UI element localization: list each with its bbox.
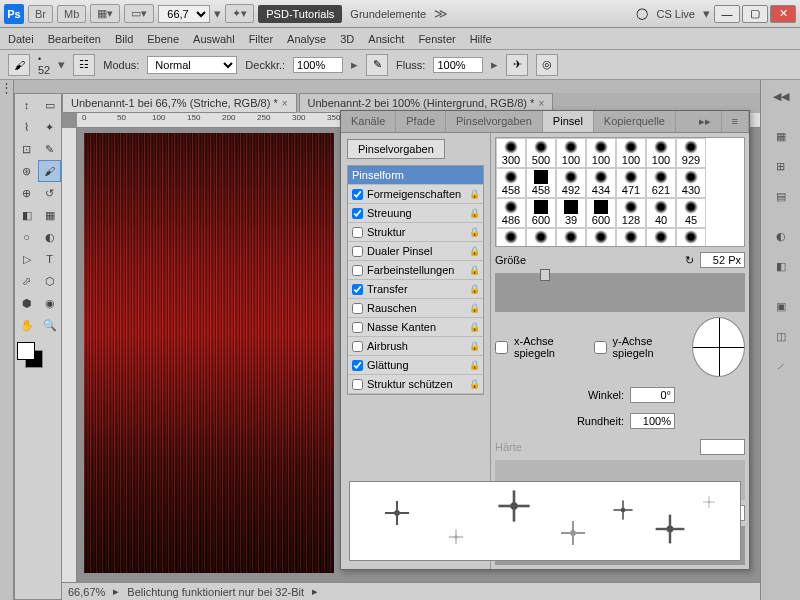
tab-kanale[interactable]: Kanäle xyxy=(341,111,396,132)
brush-preset-dropdown-icon[interactable]: ▾ xyxy=(58,57,65,72)
brush-preset-grid[interactable]: 300500100100100100929 458458492434471621… xyxy=(495,137,745,247)
pinselvorgaben-button[interactable]: Pinselvorgaben xyxy=(347,139,445,159)
camera-tool[interactable]: ◉ xyxy=(38,292,61,314)
dodge-tool[interactable]: ◐ xyxy=(38,226,61,248)
opt-airbrush[interactable]: Airbrush🔒 xyxy=(348,337,483,356)
menu-bearbeiten[interactable]: Bearbeiten xyxy=(48,33,101,45)
lock-icon[interactable]: 🔒 xyxy=(469,379,480,389)
opt-schutz[interactable]: Struktur schützen🔒 xyxy=(348,375,483,394)
3d-tool[interactable]: ⬢ xyxy=(15,292,38,314)
chk-y-spiegel[interactable] xyxy=(594,341,607,354)
cslive-icon[interactable]: ◯ xyxy=(636,7,648,20)
workspace-label[interactable]: Grundelemente xyxy=(346,8,430,20)
menu-fenster[interactable]: Fenster xyxy=(418,33,455,45)
arrange-button[interactable]: ▦▾ xyxy=(90,4,120,23)
deckkr-dropdown-icon[interactable]: ▸ xyxy=(351,57,358,72)
move-tool[interactable]: ↕ xyxy=(15,94,38,116)
opt-nasse[interactable]: Nasse Kanten🔒 xyxy=(348,318,483,337)
panel-menu-icon[interactable]: ≡ xyxy=(722,111,749,132)
brush-size-indicator[interactable]: •52 xyxy=(38,54,50,76)
fluss-input[interactable] xyxy=(433,57,483,73)
blur-tool[interactable]: ○ xyxy=(15,226,38,248)
chk-x-spiegel[interactable] xyxy=(495,341,508,354)
menu-filter[interactable]: Filter xyxy=(249,33,273,45)
winkel-input[interactable] xyxy=(630,387,675,403)
adjustments-panel-icon[interactable]: ◐ xyxy=(763,222,799,250)
menu-auswahl[interactable]: Auswahl xyxy=(193,33,235,45)
rundheit-input[interactable] xyxy=(630,413,675,429)
canvas[interactable] xyxy=(84,133,334,573)
psd-tutorials-link[interactable]: PSD-Tutorials xyxy=(258,5,342,23)
masks-panel-icon[interactable]: ◧ xyxy=(763,252,799,280)
chk-glaettung[interactable] xyxy=(352,360,363,371)
tablet-size-icon[interactable]: ◎ xyxy=(536,54,558,76)
cslive-label[interactable]: CS Live xyxy=(652,8,699,20)
lock-icon[interactable]: 🔒 xyxy=(469,265,480,275)
opt-pinselform[interactable]: Pinselform xyxy=(348,166,483,185)
crop-tool[interactable]: ⊡ xyxy=(15,138,38,160)
workspace-more-icon[interactable]: ≫ xyxy=(434,6,448,21)
minimize-button[interactable]: — xyxy=(714,5,740,23)
eraser-tool[interactable]: ◧ xyxy=(15,204,38,226)
menu-hilfe[interactable]: Hilfe xyxy=(470,33,492,45)
menu-3d[interactable]: 3D xyxy=(340,33,354,45)
angle-control[interactable] xyxy=(692,317,745,377)
opt-struktur[interactable]: Struktur🔒 xyxy=(348,223,483,242)
zoom-select[interactable]: 66,7 xyxy=(158,5,210,23)
stamp-tool[interactable]: ⊕ xyxy=(15,182,38,204)
tab-kopierquelle[interactable]: Kopierquelle xyxy=(594,111,676,132)
chk-transfer[interactable] xyxy=(352,284,363,295)
styles-panel-icon[interactable]: ▤ xyxy=(763,182,799,210)
maximize-button[interactable]: ▢ xyxy=(742,5,768,23)
pen-tool[interactable]: ▷ xyxy=(15,248,38,270)
tab-pinselvorgaben[interactable]: Pinselvorgaben xyxy=(446,111,543,132)
cslive-dropdown-icon[interactable]: ▾ xyxy=(703,6,710,21)
color-panel-icon[interactable]: ▦ xyxy=(763,122,799,150)
opt-formeigenschaften[interactable]: Formeigenschaften🔒 xyxy=(348,185,483,204)
lock-icon[interactable]: 🔒 xyxy=(469,246,480,256)
fluss-dropdown-icon[interactable]: ▸ xyxy=(491,57,498,72)
chk-rauschen[interactable] xyxy=(352,303,363,314)
chk-nasse[interactable] xyxy=(352,322,363,333)
gradient-tool[interactable]: ▦ xyxy=(38,204,61,226)
chk-schutz[interactable] xyxy=(352,379,363,390)
menu-ansicht[interactable]: Ansicht xyxy=(368,33,404,45)
modus-select[interactable]: Normal xyxy=(147,56,237,74)
color-swatches[interactable] xyxy=(15,340,61,370)
lock-icon[interactable]: 🔒 xyxy=(469,360,480,370)
lock-icon[interactable]: 🔒 xyxy=(469,322,480,332)
heal-tool[interactable]: ⊛ xyxy=(15,160,38,182)
zoom-status[interactable]: 66,67% xyxy=(68,586,105,598)
groesse-input[interactable] xyxy=(700,252,745,268)
chk-farbe[interactable] xyxy=(352,265,363,276)
close-icon[interactable]: × xyxy=(282,98,288,109)
opt-glaettung[interactable]: Glättung🔒 xyxy=(348,356,483,375)
brush-panel-toggle[interactable]: ☷ xyxy=(73,54,95,76)
screenmode-button[interactable]: ▭▾ xyxy=(124,4,154,23)
dock-expand-icon[interactable]: ◀◀ xyxy=(763,82,799,110)
doc-tab-1[interactable]: Unbenannt-1 bei 66,7% (Striche, RGB/8) *… xyxy=(62,93,297,113)
lock-icon[interactable]: 🔒 xyxy=(469,208,480,218)
wand-tool[interactable]: ✦ xyxy=(38,116,61,138)
status-arrow-icon[interactable]: ▸ xyxy=(113,585,119,598)
swatches-panel-icon[interactable]: ⊞ xyxy=(763,152,799,180)
zoom-tool[interactable]: 🔍 xyxy=(38,314,61,336)
opt-rauschen[interactable]: Rauschen🔒 xyxy=(348,299,483,318)
lock-icon[interactable]: 🔒 xyxy=(469,303,480,313)
panel-collapse-icon[interactable]: ▸▸ xyxy=(689,111,722,132)
chk-airbrush[interactable] xyxy=(352,341,363,352)
close-button[interactable]: ✕ xyxy=(770,5,796,23)
lock-icon[interactable]: 🔒 xyxy=(469,284,480,294)
brush-tool-icon[interactable]: 🖌 xyxy=(8,54,30,76)
airbrush-icon[interactable]: ✈ xyxy=(506,54,528,76)
chk-streuung[interactable] xyxy=(352,208,363,219)
menu-ebene[interactable]: Ebene xyxy=(147,33,179,45)
eyedropper-tool[interactable]: ✎ xyxy=(38,138,61,160)
minibridge-button[interactable]: Mb xyxy=(57,5,86,23)
zoom-dropdown-icon[interactable]: ▾ xyxy=(214,6,221,21)
opt-dualer[interactable]: Dualer Pinsel🔒 xyxy=(348,242,483,261)
reset-size-icon[interactable]: ↻ xyxy=(685,254,694,267)
lock-icon[interactable]: 🔒 xyxy=(469,189,480,199)
status-dropdown-icon[interactable]: ▸ xyxy=(312,585,318,598)
bridge-button[interactable]: Br xyxy=(28,5,53,23)
